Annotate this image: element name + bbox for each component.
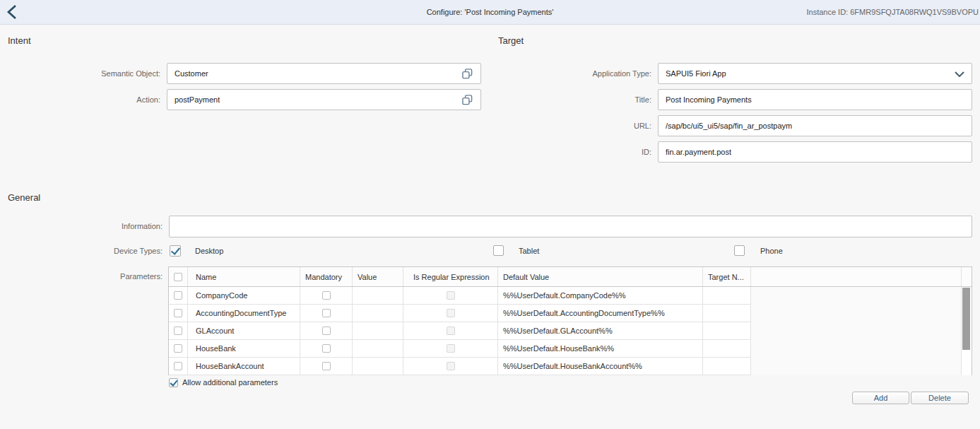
column-header-filler (751, 267, 962, 286)
table-filler-area (751, 287, 962, 375)
column-header-name[interactable]: Name (188, 267, 300, 286)
is-regular-expression-checkbox (447, 327, 455, 335)
mandatory-checkbox[interactable] (322, 309, 331, 317)
semantic-object-label: Semantic Object: (0, 63, 160, 84)
row-select-checkbox[interactable] (174, 362, 182, 370)
table-row[interactable]: HouseBankAccount %%UserDefault.HouseBank… (169, 358, 751, 375)
parameters-table: Name Mandatory Value Is Regular Expressi… (168, 266, 972, 375)
id-label: ID: (488, 141, 651, 163)
mandatory-checkbox[interactable] (322, 291, 331, 300)
allow-additional-parameters-checkbox[interactable] (169, 378, 178, 387)
phone-checkbox-label: Phone (760, 240, 783, 261)
cell-default-value[interactable]: %%UserDefault.HouseBankAccount%% (498, 358, 703, 375)
cell-value[interactable] (353, 340, 403, 357)
device-types-label: Device Types: (0, 240, 163, 261)
copy-icon[interactable] (462, 95, 473, 105)
cell-target-name[interactable] (703, 340, 751, 357)
row-select-checkbox[interactable] (174, 327, 182, 335)
table-row[interactable]: CompanyCode %%UserDefault.CompanyCode%% (169, 287, 751, 305)
application-type-select[interactable]: SAPUI5 Fiori App (658, 63, 972, 84)
cell-name[interactable]: GLAccount (188, 322, 300, 339)
column-header-target-name[interactable]: Target N... (703, 267, 751, 286)
title-label: Title: (488, 89, 651, 110)
phone-checkbox[interactable] (734, 245, 745, 256)
table-row[interactable]: AccountingDocumentType %%UserDefault.Acc… (169, 305, 751, 322)
information-field[interactable] (169, 216, 972, 237)
application-type-value: SAPUI5 Fiori App (666, 69, 726, 78)
cell-target-name[interactable] (703, 305, 751, 322)
action-label: Action: (0, 89, 160, 110)
semantic-object-value: Customer (175, 69, 208, 78)
tablet-checkbox-label: Tablet (519, 240, 539, 261)
cell-value[interactable] (353, 305, 403, 322)
action-field[interactable]: postPayment (167, 89, 481, 110)
column-header-value[interactable]: Value (353, 267, 403, 286)
cell-default-value[interactable]: %%UserDefault.HouseBank%% (498, 340, 703, 357)
desktop-checkbox-label: Desktop (195, 240, 223, 261)
cell-name[interactable]: HouseBank (188, 340, 300, 357)
is-regular-expression-checkbox (447, 291, 455, 300)
application-type-label: Application Type: (488, 63, 651, 84)
table-row[interactable]: GLAccount %%UserDefault.GLAccount%% (169, 322, 751, 340)
id-field[interactable]: fin.ar.payment.post (658, 141, 972, 163)
url-label: URL: (488, 115, 651, 136)
desktop-checkbox[interactable] (170, 245, 181, 257)
row-select-checkbox[interactable] (174, 291, 182, 300)
information-label: Information: (0, 216, 163, 237)
cell-name[interactable]: AccountingDocumentType (188, 305, 300, 322)
id-value: fin.ar.payment.post (666, 148, 731, 156)
tablet-checkbox[interactable] (493, 245, 504, 256)
delete-button[interactable]: Delete (911, 392, 969, 404)
mandatory-checkbox[interactable] (322, 327, 331, 335)
is-regular-expression-checkbox (447, 344, 455, 353)
table-scrollbar[interactable] (962, 287, 972, 375)
column-header-scrollbar-corner (962, 267, 972, 286)
cell-target-name[interactable] (703, 322, 751, 339)
cell-default-value[interactable]: %%UserDefault.GLAccount%% (498, 322, 703, 339)
parameters-label: Parameters: (0, 266, 163, 288)
column-header-default-value[interactable]: Default Value (498, 267, 703, 286)
semantic-object-field[interactable]: Customer (167, 63, 481, 84)
cell-target-name[interactable] (703, 358, 751, 375)
parameters-table-body: CompanyCode %%UserDefault.CompanyCode%% … (169, 287, 972, 375)
row-select-checkbox[interactable] (174, 309, 182, 317)
cell-value[interactable] (353, 358, 403, 375)
url-field[interactable]: /sap/bc/ui5_ui5/sap/fin_ar_postpaym (658, 115, 972, 136)
mandatory-checkbox[interactable] (322, 362, 331, 370)
is-regular-expression-checkbox (447, 309, 455, 317)
select-all-header-cell (169, 267, 188, 286)
column-header-mandatory[interactable]: Mandatory (300, 267, 353, 286)
mandatory-checkbox[interactable] (322, 344, 331, 353)
intent-section-title: Intent (8, 36, 31, 46)
title-value: Post Incoming Payments (666, 95, 752, 104)
instance-id: Instance ID: 6FMR9SFQJTA08RWQ1VS9BVOPU (806, 0, 979, 25)
select-all-checkbox[interactable] (174, 273, 182, 281)
target-section-title: Target (498, 36, 524, 46)
cell-value[interactable] (353, 287, 403, 304)
general-section-title: General (8, 193, 40, 203)
cell-default-value[interactable]: %%UserDefault.CompanyCode%% (498, 287, 703, 304)
action-value: postPayment (175, 95, 220, 104)
scrollbar-thumb[interactable] (962, 288, 970, 350)
allow-additional-parameters-label: Allow additional parameters (182, 378, 278, 387)
cell-value[interactable] (353, 322, 403, 339)
chevron-down-icon (955, 71, 964, 77)
url-value: /sap/bc/ui5_ui5/sap/fin_ar_postpaym (666, 122, 792, 130)
column-header-is-regular-expression[interactable]: Is Regular Expression (403, 267, 498, 286)
is-regular-expression-checkbox (447, 362, 455, 370)
cell-name[interactable]: HouseBankAccount (188, 358, 300, 375)
table-row[interactable]: HouseBank %%UserDefault.HouseBank%% (169, 340, 751, 358)
top-bar: Configure: 'Post Incoming Payments' Inst… (0, 0, 980, 25)
cell-default-value[interactable]: %%UserDefault.AccountingDocumentType%% (498, 305, 703, 322)
row-select-checkbox[interactable] (174, 344, 182, 353)
cell-name[interactable]: CompanyCode (188, 287, 300, 304)
title-field[interactable]: Post Incoming Payments (658, 89, 972, 110)
cell-target-name[interactable] (703, 287, 751, 304)
add-button[interactable]: Add (852, 392, 909, 404)
parameters-table-header: Name Mandatory Value Is Regular Expressi… (169, 267, 972, 287)
copy-icon[interactable] (462, 69, 473, 79)
